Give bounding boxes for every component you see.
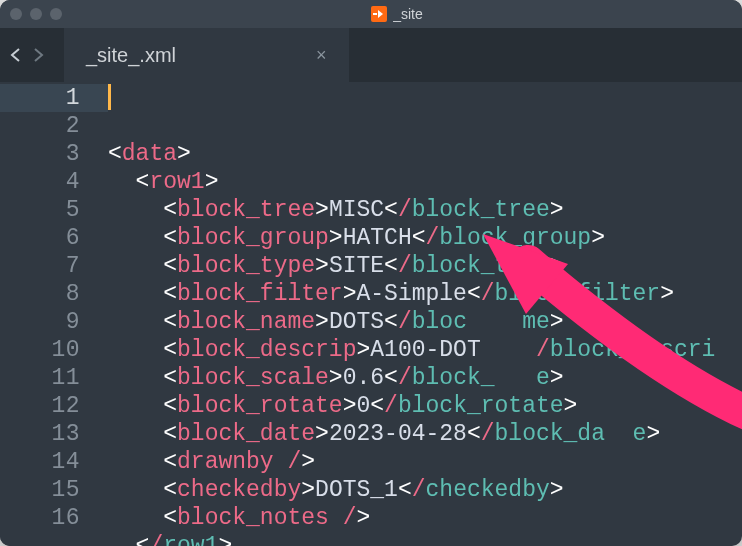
- nav-back-icon[interactable]: [6, 44, 26, 66]
- sublime-icon: [371, 6, 387, 22]
- line-number[interactable]: 10: [0, 336, 108, 364]
- tab-close-icon[interactable]: ×: [316, 45, 327, 66]
- code-line: <block_filter>A-Simple</block_filter>: [108, 281, 674, 307]
- line-number[interactable]: 6: [0, 224, 108, 252]
- line-number[interactable]: 1: [0, 84, 108, 112]
- code-line: <block_group>HATCH</block_group>: [108, 225, 605, 251]
- min-dot[interactable]: [30, 8, 42, 20]
- titlebar: _site: [0, 0, 742, 28]
- code-line: <checkedby>DOTS_1</checkedby>: [108, 477, 564, 503]
- line-number[interactable]: 9: [0, 308, 108, 336]
- tab-filename: _site_.xml: [86, 44, 176, 67]
- code-line: <row1>: [108, 169, 218, 195]
- code-text-area[interactable]: <data> <row1> <block_tree>MISC</block_tr…: [108, 82, 742, 546]
- code-line: <block_descrip>A100-DOT /block_descri: [108, 337, 715, 363]
- traffic-lights: [10, 8, 62, 20]
- code-line: <block_scale>0.6</block_ e>: [108, 365, 564, 391]
- line-number[interactable]: 14: [0, 448, 108, 476]
- line-number[interactable]: 4: [0, 168, 108, 196]
- text-caret: [108, 84, 111, 110]
- code-line: <block_date>2023-04-28</block_da e>: [108, 421, 660, 447]
- editor-area: 1 2 3 4 5 6 7 8 9 10 11 12 13 14 15 16 <…: [0, 82, 742, 546]
- line-number[interactable]: 11: [0, 364, 108, 392]
- code-line: <block_notes />: [108, 505, 370, 531]
- code-line: <drawnby />: [108, 449, 315, 475]
- tab-bar: _site_.xml ×: [0, 28, 742, 82]
- line-number[interactable]: 12: [0, 392, 108, 420]
- code-line: <block_name>DOTS</bloc me>: [108, 309, 564, 335]
- line-gutter: 1 2 3 4 5 6 7 8 9 10 11 12 13 14 15 16: [0, 82, 108, 546]
- window-title: _site: [62, 6, 732, 22]
- line-number[interactable]: 13: [0, 420, 108, 448]
- line-number[interactable]: 16: [0, 504, 108, 532]
- line-number[interactable]: 2: [0, 112, 108, 140]
- line-number[interactable]: 8: [0, 280, 108, 308]
- line-number[interactable]: 15: [0, 476, 108, 504]
- line-number[interactable]: 5: [0, 196, 108, 224]
- close-dot[interactable]: [10, 8, 22, 20]
- code-line: <block_rotate>0</block_rotate>: [108, 393, 577, 419]
- code-line: <block_tree>MISC</block_tree>: [108, 197, 564, 223]
- window-title-text: _site: [393, 6, 423, 22]
- nav-fwd-icon[interactable]: [28, 44, 48, 66]
- line-number[interactable]: 7: [0, 252, 108, 280]
- code-line: <block_type>SITE</block_type>: [108, 253, 564, 279]
- code-line: <data>: [108, 141, 191, 167]
- file-tab[interactable]: _site_.xml ×: [64, 28, 349, 82]
- line-number[interactable]: 3: [0, 140, 108, 168]
- max-dot[interactable]: [50, 8, 62, 20]
- editor-window: _site _site_.xml × 1 2 3 4 5 6 7 8 9 10 …: [0, 0, 742, 546]
- tab-history-nav: [0, 44, 54, 66]
- code-line: </row1>: [108, 533, 232, 546]
